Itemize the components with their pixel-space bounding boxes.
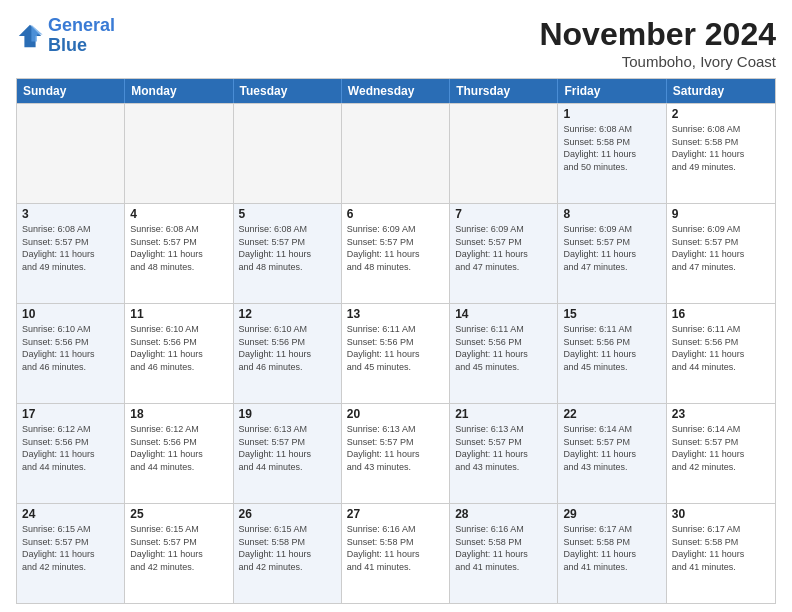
calendar-body: 1Sunrise: 6:08 AM Sunset: 5:58 PM Daylig… <box>17 103 775 603</box>
day-number: 7 <box>455 207 552 221</box>
calendar-cell: 26Sunrise: 6:15 AM Sunset: 5:58 PM Dayli… <box>234 504 342 603</box>
calendar-cell: 12Sunrise: 6:10 AM Sunset: 5:56 PM Dayli… <box>234 304 342 403</box>
day-number: 6 <box>347 207 444 221</box>
day-info: Sunrise: 6:11 AM Sunset: 5:56 PM Dayligh… <box>563 323 660 373</box>
day-number: 28 <box>455 507 552 521</box>
day-number: 1 <box>563 107 660 121</box>
day-info: Sunrise: 6:08 AM Sunset: 5:58 PM Dayligh… <box>672 123 770 173</box>
calendar-cell: 15Sunrise: 6:11 AM Sunset: 5:56 PM Dayli… <box>558 304 666 403</box>
day-info: Sunrise: 6:10 AM Sunset: 5:56 PM Dayligh… <box>130 323 227 373</box>
calendar-cell: 23Sunrise: 6:14 AM Sunset: 5:57 PM Dayli… <box>667 404 775 503</box>
day-number: 14 <box>455 307 552 321</box>
calendar-cell: 8Sunrise: 6:09 AM Sunset: 5:57 PM Daylig… <box>558 204 666 303</box>
day-info: Sunrise: 6:09 AM Sunset: 5:57 PM Dayligh… <box>347 223 444 273</box>
day-info: Sunrise: 6:08 AM Sunset: 5:57 PM Dayligh… <box>130 223 227 273</box>
day-info: Sunrise: 6:08 AM Sunset: 5:57 PM Dayligh… <box>22 223 119 273</box>
day-number: 3 <box>22 207 119 221</box>
calendar-row: 24Sunrise: 6:15 AM Sunset: 5:57 PM Dayli… <box>17 503 775 603</box>
day-number: 22 <box>563 407 660 421</box>
page: General Blue November 2024 Toumboho, Ivo… <box>0 0 792 612</box>
day-info: Sunrise: 6:12 AM Sunset: 5:56 PM Dayligh… <box>22 423 119 473</box>
calendar-row: 3Sunrise: 6:08 AM Sunset: 5:57 PM Daylig… <box>17 203 775 303</box>
day-number: 16 <box>672 307 770 321</box>
day-info: Sunrise: 6:14 AM Sunset: 5:57 PM Dayligh… <box>563 423 660 473</box>
day-info: Sunrise: 6:08 AM Sunset: 5:58 PM Dayligh… <box>563 123 660 173</box>
cal-header-cell: Monday <box>125 79 233 103</box>
day-info: Sunrise: 6:12 AM Sunset: 5:56 PM Dayligh… <box>130 423 227 473</box>
calendar-cell: 5Sunrise: 6:08 AM Sunset: 5:57 PM Daylig… <box>234 204 342 303</box>
calendar-cell <box>17 104 125 203</box>
day-info: Sunrise: 6:15 AM Sunset: 5:57 PM Dayligh… <box>130 523 227 573</box>
calendar-header: SundayMondayTuesdayWednesdayThursdayFrid… <box>17 79 775 103</box>
header: General Blue November 2024 Toumboho, Ivo… <box>16 16 776 70</box>
day-number: 19 <box>239 407 336 421</box>
day-number: 20 <box>347 407 444 421</box>
cal-header-cell: Thursday <box>450 79 558 103</box>
calendar-cell: 13Sunrise: 6:11 AM Sunset: 5:56 PM Dayli… <box>342 304 450 403</box>
day-info: Sunrise: 6:17 AM Sunset: 5:58 PM Dayligh… <box>672 523 770 573</box>
calendar-cell: 21Sunrise: 6:13 AM Sunset: 5:57 PM Dayli… <box>450 404 558 503</box>
calendar-cell <box>342 104 450 203</box>
calendar-row: 17Sunrise: 6:12 AM Sunset: 5:56 PM Dayli… <box>17 403 775 503</box>
cal-header-cell: Wednesday <box>342 79 450 103</box>
day-info: Sunrise: 6:11 AM Sunset: 5:56 PM Dayligh… <box>455 323 552 373</box>
day-number: 18 <box>130 407 227 421</box>
calendar-cell: 29Sunrise: 6:17 AM Sunset: 5:58 PM Dayli… <box>558 504 666 603</box>
day-info: Sunrise: 6:08 AM Sunset: 5:57 PM Dayligh… <box>239 223 336 273</box>
day-info: Sunrise: 6:09 AM Sunset: 5:57 PM Dayligh… <box>563 223 660 273</box>
day-number: 21 <box>455 407 552 421</box>
day-number: 26 <box>239 507 336 521</box>
logo: General Blue <box>16 16 115 56</box>
day-info: Sunrise: 6:13 AM Sunset: 5:57 PM Dayligh… <box>455 423 552 473</box>
svg-marker-1 <box>31 25 42 42</box>
day-info: Sunrise: 6:09 AM Sunset: 5:57 PM Dayligh… <box>672 223 770 273</box>
calendar-cell: 18Sunrise: 6:12 AM Sunset: 5:56 PM Dayli… <box>125 404 233 503</box>
calendar-cell: 22Sunrise: 6:14 AM Sunset: 5:57 PM Dayli… <box>558 404 666 503</box>
calendar-cell: 1Sunrise: 6:08 AM Sunset: 5:58 PM Daylig… <box>558 104 666 203</box>
calendar-cell: 3Sunrise: 6:08 AM Sunset: 5:57 PM Daylig… <box>17 204 125 303</box>
calendar-cell: 7Sunrise: 6:09 AM Sunset: 5:57 PM Daylig… <box>450 204 558 303</box>
day-number: 5 <box>239 207 336 221</box>
day-info: Sunrise: 6:11 AM Sunset: 5:56 PM Dayligh… <box>347 323 444 373</box>
day-info: Sunrise: 6:11 AM Sunset: 5:56 PM Dayligh… <box>672 323 770 373</box>
day-info: Sunrise: 6:16 AM Sunset: 5:58 PM Dayligh… <box>455 523 552 573</box>
calendar-cell: 27Sunrise: 6:16 AM Sunset: 5:58 PM Dayli… <box>342 504 450 603</box>
day-info: Sunrise: 6:14 AM Sunset: 5:57 PM Dayligh… <box>672 423 770 473</box>
calendar-cell: 4Sunrise: 6:08 AM Sunset: 5:57 PM Daylig… <box>125 204 233 303</box>
day-number: 10 <box>22 307 119 321</box>
title-block: November 2024 Toumboho, Ivory Coast <box>539 16 776 70</box>
day-number: 30 <box>672 507 770 521</box>
day-info: Sunrise: 6:15 AM Sunset: 5:57 PM Dayligh… <box>22 523 119 573</box>
cal-header-cell: Friday <box>558 79 666 103</box>
day-number: 2 <box>672 107 770 121</box>
calendar-cell <box>450 104 558 203</box>
day-number: 24 <box>22 507 119 521</box>
calendar-row: 10Sunrise: 6:10 AM Sunset: 5:56 PM Dayli… <box>17 303 775 403</box>
day-number: 27 <box>347 507 444 521</box>
svg-marker-0 <box>19 25 41 47</box>
logo-text: General Blue <box>48 16 115 56</box>
calendar-cell: 16Sunrise: 6:11 AM Sunset: 5:56 PM Dayli… <box>667 304 775 403</box>
calendar-cell: 2Sunrise: 6:08 AM Sunset: 5:58 PM Daylig… <box>667 104 775 203</box>
logo-icon <box>16 22 44 50</box>
day-info: Sunrise: 6:17 AM Sunset: 5:58 PM Dayligh… <box>563 523 660 573</box>
day-info: Sunrise: 6:10 AM Sunset: 5:56 PM Dayligh… <box>239 323 336 373</box>
calendar-cell <box>125 104 233 203</box>
cal-header-cell: Saturday <box>667 79 775 103</box>
calendar-cell: 25Sunrise: 6:15 AM Sunset: 5:57 PM Dayli… <box>125 504 233 603</box>
calendar-row: 1Sunrise: 6:08 AM Sunset: 5:58 PM Daylig… <box>17 103 775 203</box>
subtitle: Toumboho, Ivory Coast <box>539 53 776 70</box>
calendar-cell <box>234 104 342 203</box>
cal-header-cell: Sunday <box>17 79 125 103</box>
day-number: 29 <box>563 507 660 521</box>
day-info: Sunrise: 6:15 AM Sunset: 5:58 PM Dayligh… <box>239 523 336 573</box>
day-info: Sunrise: 6:16 AM Sunset: 5:58 PM Dayligh… <box>347 523 444 573</box>
day-number: 17 <box>22 407 119 421</box>
day-number: 4 <box>130 207 227 221</box>
main-title: November 2024 <box>539 16 776 53</box>
day-number: 8 <box>563 207 660 221</box>
day-number: 25 <box>130 507 227 521</box>
day-info: Sunrise: 6:10 AM Sunset: 5:56 PM Dayligh… <box>22 323 119 373</box>
calendar-cell: 10Sunrise: 6:10 AM Sunset: 5:56 PM Dayli… <box>17 304 125 403</box>
calendar-cell: 24Sunrise: 6:15 AM Sunset: 5:57 PM Dayli… <box>17 504 125 603</box>
